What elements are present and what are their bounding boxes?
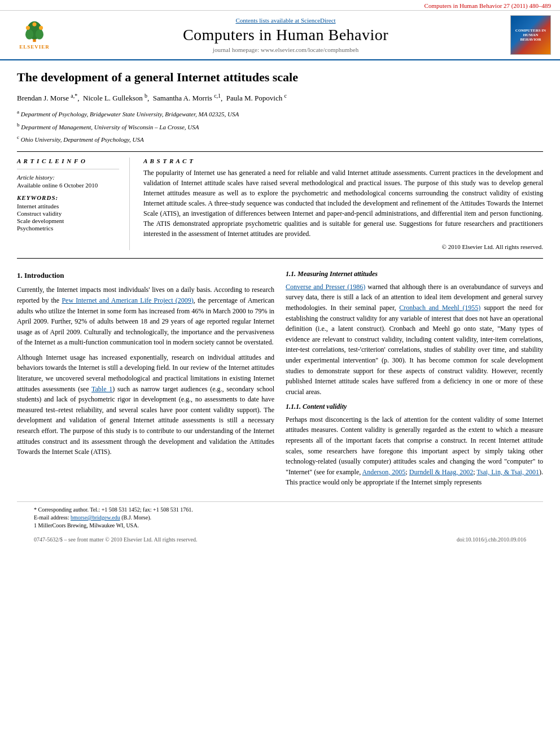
author-morse: Brendan J. Morse a,* <box>17 94 77 102</box>
converse-presser-link[interactable]: Converse and Presser (1986) <box>286 283 365 291</box>
keyword-1: Internet attitudes <box>17 203 119 209</box>
footnote-email: E-mail address: bmorse@bridgew.edu (B.J.… <box>34 514 526 521</box>
svg-point-2 <box>25 29 33 40</box>
article-title: The development of a general Internet at… <box>17 69 543 86</box>
right-para2: Perhaps most disconcerting is the lack o… <box>286 414 543 488</box>
elsevier-logo: ELSEVIER <box>9 18 60 52</box>
body-left-col: 1. Introduction Currently, the Internet … <box>17 264 274 492</box>
elsevier-tree-icon <box>20 20 49 43</box>
intro-para1: Currently, the Internet impacts most ind… <box>17 285 274 348</box>
affiliations: a Department of Psychology, Bridgewater … <box>17 108 543 145</box>
tsai-link[interactable]: Tsai, Lin, & Tsai, 2001 <box>476 468 539 476</box>
body-columns: 1. Introduction Currently, the Internet … <box>17 264 543 492</box>
table1-link[interactable]: Table 1 <box>91 385 112 393</box>
affiliation-b: b Department of Management, University o… <box>17 121 543 132</box>
svg-point-4 <box>26 26 30 30</box>
cover-text: COMPUTERS IN HUMAN BEHAVIOR <box>513 28 548 42</box>
info-divider <box>17 169 119 169</box>
history-label: Article history: <box>17 174 119 181</box>
journal-header: ELSEVIER Contents lists available at Sci… <box>0 11 560 60</box>
svg-point-3 <box>36 29 43 40</box>
author-popovich: Paula M. Popovich c <box>226 94 287 102</box>
pew-link[interactable]: Pew Internet and American Life Project (… <box>62 296 193 304</box>
copyright: © 2010 Elsevier Ltd. All rights reserved… <box>143 243 543 250</box>
durndell-link[interactable]: Durndell & Haag, 2002 <box>409 468 473 476</box>
keyword-2: Construct validity <box>17 210 119 217</box>
subsection111-heading: 1.1.1. Content validity <box>286 401 543 412</box>
abstract-heading: A B S T R A C T <box>143 158 543 164</box>
elsevier-logo-area: ELSEVIER <box>9 18 77 52</box>
affiliation-c: c Ohio University, Department of Psychol… <box>17 133 543 145</box>
keyword-4: Psychometrics <box>17 225 119 231</box>
divider-body <box>17 258 543 259</box>
body-right-col: 1.1. Measuring Internet attitudes Conver… <box>286 264 543 492</box>
citation-text: Computers in Human Behavior 27 (2011) 48… <box>425 2 551 9</box>
sciencedirect-link[interactable]: Contents lists available at ScienceDirec… <box>77 17 495 24</box>
author-morris: Samantha A. Morris c,1 <box>153 94 221 102</box>
anderson-link[interactable]: Anderson, 2005 <box>362 468 406 476</box>
elsevier-brand-text: ELSEVIER <box>19 44 50 50</box>
abstract-panel: A B S T R A C T The popularity of Intern… <box>143 158 543 250</box>
available-online: Available online 6 October 2010 <box>17 182 119 189</box>
article-info-heading: A R T I C L E I N F O <box>17 158 119 164</box>
svg-point-6 <box>32 23 36 27</box>
article-content: The development of a general Internet at… <box>0 60 560 557</box>
journal-title: Computers in Human Behavior <box>77 26 495 44</box>
article-info-panel: A R T I C L E I N F O Article history: A… <box>17 158 130 250</box>
cronbach-meehl-link[interactable]: Cronbach and Meehl (1955) <box>399 304 480 312</box>
keywords-heading: Keywords: <box>17 194 119 201</box>
right-para1: Converse and Presser (1986) warned that … <box>286 282 543 397</box>
email-link[interactable]: bmorse@bridgew.edu <box>71 514 120 521</box>
subsection11-heading: 1.1. Measuring Internet attitudes <box>286 269 543 279</box>
intro-para2: Although Internet usage has increased ex… <box>17 352 274 457</box>
sciencedirect-label: Contents lists available at ScienceDirec… <box>235 17 335 24</box>
footnotes-area: * Corresponding author. Tel.: +1 508 531… <box>17 501 543 528</box>
bottom-bar: 0747-5632/$ – see front matter © 2010 El… <box>17 533 543 546</box>
journal-title-area: Contents lists available at ScienceDirec… <box>77 17 495 53</box>
keyword-3: Scale development <box>17 217 119 224</box>
journal-homepage: journal homepage: www.elsevier.com/locat… <box>77 46 495 53</box>
author-gullekson: Nicole L. Gullekson b <box>83 94 147 102</box>
authors-line: Brendan J. Morse a,*, Nicole L. Gullekso… <box>17 91 543 104</box>
affiliation-a: a Department of Psychology, Bridgewater … <box>17 108 543 119</box>
svg-point-5 <box>39 26 43 30</box>
doi-line: doi:10.1016/j.chb.2010.09.016 <box>457 536 526 543</box>
meta-abstract-section: A R T I C L E I N F O Article history: A… <box>17 158 543 250</box>
journal-cover: COMPUTERS IN HUMAN BEHAVIOR <box>510 15 551 55</box>
footnote-1: 1 MillerCoors Brewing, Milwaukee WI, USA… <box>34 522 526 528</box>
journal-citation: Computers in Human Behavior 27 (2011) 48… <box>0 0 560 11</box>
journal-cover-area: COMPUTERS IN HUMAN BEHAVIOR <box>495 15 551 55</box>
abstract-text: The popularity of Internet use has gener… <box>143 168 543 239</box>
divider-top <box>17 151 543 152</box>
footnote-corresponding: * Corresponding author. Tel.: +1 508 531… <box>34 506 526 513</box>
homepage-label: journal homepage: www.elsevier.com/locat… <box>213 46 358 53</box>
section1-heading: 1. Introduction <box>17 270 274 281</box>
issn-line: 0747-5632/$ – see front matter © 2010 El… <box>34 536 197 543</box>
